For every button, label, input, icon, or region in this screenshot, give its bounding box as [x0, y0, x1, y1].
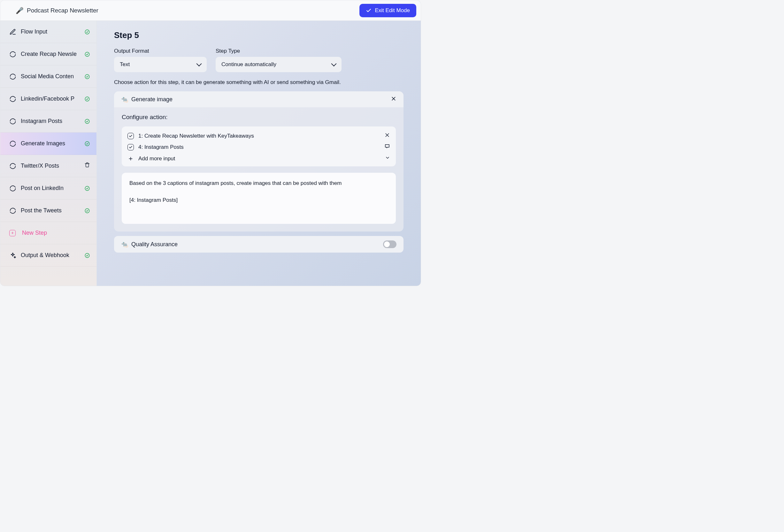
microphone-icon: 🎤 [16, 7, 24, 14]
add-more-label: Add more input [138, 155, 175, 162]
quality-assurance-panel: 🐀 Quality Assurance [114, 236, 403, 253]
sidebar-item-label: Twitter/X Posts [21, 162, 80, 169]
action-title: Generate image [131, 96, 172, 103]
sidebar-item-label: Post the Tweets [21, 207, 80, 214]
svg-point-4 [85, 119, 89, 124]
input-label: 1: Create Recap Newsletter with KeyTakea… [138, 133, 380, 139]
sidebar-item-linkedin-facebook[interactable]: Linkedin/Facebook P [0, 88, 96, 110]
input-label: 4: Instagram Posts [138, 144, 380, 150]
exit-edit-mode-button[interactable]: Exit Edit Mode [359, 4, 416, 17]
cycle-icon [9, 140, 16, 147]
sidebar-item-post-tweets[interactable]: Post the Tweets [0, 200, 96, 222]
check-circle-icon [84, 141, 90, 147]
step-type-label: Step Type [216, 48, 341, 54]
qa-label: Quality Assurance [131, 241, 178, 248]
check-circle-icon [84, 208, 90, 214]
sidebar-item-label: Generate Images [21, 140, 80, 147]
chevron-down-icon [385, 155, 390, 162]
check-circle-icon [84, 96, 90, 102]
check-circle-icon [84, 51, 90, 57]
sidebar-item-flow-input[interactable]: Flow Input [0, 21, 96, 43]
sidebar-item-label: Output & Webhook [21, 252, 80, 259]
app-header: 🎤 Podcast Recap Newsletter Exit Edit Mod… [0, 0, 421, 21]
action-panel-header: 🐀 Generate image [114, 91, 403, 107]
step-description: Choose action for this step, it can be g… [114, 79, 403, 86]
rat-icon: 🐀 [121, 96, 128, 103]
output-format-select[interactable]: Text [114, 57, 207, 72]
add-more-input[interactable]: Add more input [128, 153, 390, 162]
step-heading: Step 5 [114, 30, 403, 40]
svg-point-2 [85, 75, 89, 79]
sidebar-item-output-webhook[interactable]: Output & Webhook [0, 244, 96, 267]
cycle-icon [9, 73, 16, 80]
configure-action-title: Configure action: [122, 114, 396, 121]
select-value: Continue automatically [221, 61, 276, 68]
sidebar-item-social-media[interactable]: Social Media Conten [0, 65, 96, 88]
sparkle-icon [9, 252, 16, 259]
sidebar-item-label: Post on LinkedIn [21, 185, 80, 191]
cycle-icon [9, 51, 16, 58]
prompt-textarea[interactable]: Based on the 3 captions of instagram pos… [122, 173, 396, 224]
cycle-icon [9, 95, 16, 102]
step-type-select[interactable]: Continue automatically [216, 57, 341, 72]
sidebar-item-generate-images[interactable]: Generate Images [0, 132, 96, 155]
svg-point-1 [85, 52, 89, 57]
input-checkbox[interactable] [128, 144, 134, 150]
plus-icon: + [9, 230, 16, 236]
svg-point-7 [85, 186, 89, 190]
trash-icon[interactable] [84, 162, 90, 170]
sidebar-item-post-linkedin[interactable]: Post on LinkedIn [0, 177, 96, 200]
sidebar: Flow Input Create Recap Newsle Social [0, 21, 97, 286]
cycle-icon [9, 185, 16, 192]
svg-point-9 [85, 253, 89, 258]
exit-button-label: Exit Edit Mode [375, 7, 410, 14]
cycle-icon [9, 207, 16, 214]
input-checkbox[interactable] [128, 133, 134, 139]
svg-point-3 [85, 97, 89, 101]
new-step-button[interactable]: + New Step [0, 222, 96, 244]
svg-point-8 [85, 209, 89, 213]
rat-icon: 🐀 [121, 241, 128, 248]
check-circle-icon [84, 74, 90, 80]
title-text: Podcast Recap Newsletter [27, 7, 99, 14]
input-row: 4: Instagram Posts [128, 142, 390, 153]
sidebar-item-instagram-posts[interactable]: Instagram Posts [0, 110, 96, 132]
svg-rect-6 [86, 164, 89, 167]
sidebar-item-label: Instagram Posts [21, 118, 80, 124]
close-icon[interactable] [391, 96, 396, 103]
svg-point-5 [85, 142, 89, 146]
sidebar-item-twitter-posts[interactable]: Twitter/X Posts [0, 155, 96, 177]
input-row: 1: Create Recap Newsletter with KeyTakea… [128, 130, 390, 142]
check-circle-icon [84, 118, 90, 124]
check-circle-icon [84, 253, 90, 258]
main-content: Step 5 Output Format Text Step Type Cont… [97, 21, 421, 286]
comment-icon[interactable] [384, 143, 390, 151]
remove-input-icon[interactable] [384, 132, 390, 140]
select-value: Text [120, 61, 130, 68]
sidebar-item-create-recap[interactable]: Create Recap Newsle [0, 43, 96, 65]
qa-toggle[interactable] [383, 240, 396, 248]
check-circle-icon [84, 29, 90, 35]
cycle-icon [9, 162, 16, 170]
input-list: 1: Create Recap Newsletter with KeyTakea… [122, 126, 396, 166]
action-panel: 🐀 Generate image Configure action: [114, 91, 403, 232]
check-circle-icon [84, 185, 90, 191]
page-title: 🎤 Podcast Recap Newsletter [16, 7, 99, 14]
sidebar-item-label: Create Recap Newsle [21, 51, 80, 57]
plus-icon [128, 156, 134, 161]
sidebar-item-label: Linkedin/Facebook P [21, 95, 80, 102]
cycle-icon [9, 118, 16, 125]
check-icon [366, 8, 371, 13]
new-step-label: New Step [22, 230, 47, 236]
sidebar-item-label: Flow Input [21, 28, 80, 35]
output-format-label: Output Format [114, 48, 207, 54]
sidebar-item-label: Social Media Conten [21, 73, 80, 80]
svg-point-0 [85, 30, 89, 34]
edit-icon [9, 28, 16, 35]
